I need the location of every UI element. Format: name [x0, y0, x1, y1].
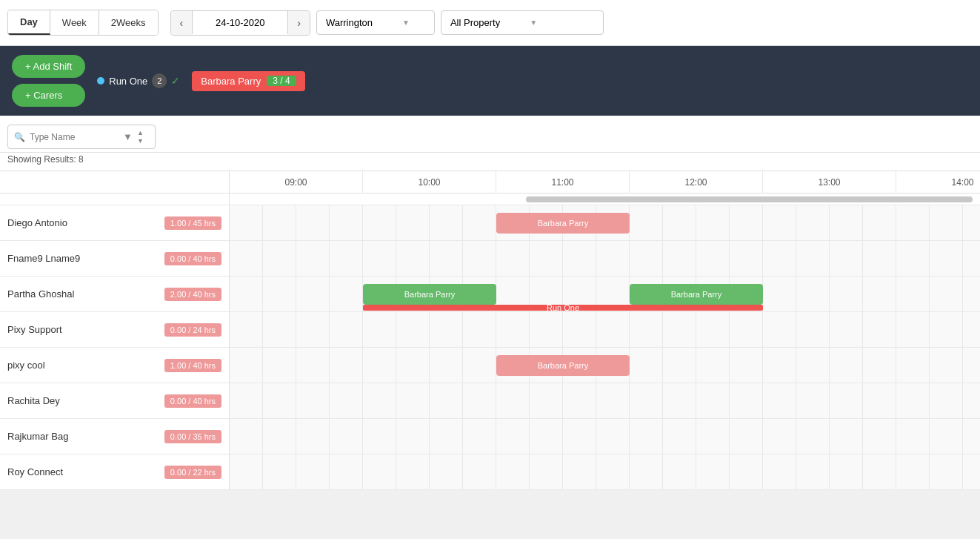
view-tabs: Day Week 2Weeks [7, 10, 159, 36]
grid-cell [896, 277, 930, 312]
add-shift-button[interactable]: + Add Shift [12, 55, 85, 78]
grid-cell [330, 348, 363, 383]
left-panel: Diego Antonio1.00 / 45 hrsFname9 Lname90… [0, 171, 230, 490]
grid-cell [363, 241, 396, 277]
grid-cell [896, 205, 930, 241]
grid-cell [896, 348, 930, 383]
grid-cell [796, 383, 830, 419]
right-panel[interactable]: 09:0010:0011:0012:0013:0014:00 Barbara P… [230, 171, 980, 490]
grid-cell [563, 419, 596, 454]
grid-cell [563, 241, 596, 277]
grid-cell [530, 241, 563, 277]
grid-cell [863, 419, 896, 454]
current-date: 24-10-2020 [192, 11, 288, 34]
hours-badge: 0.00 / 35 hrs [164, 430, 221, 443]
grid-cell [963, 348, 980, 383]
grid-cell [796, 312, 830, 348]
grid-cell [963, 454, 980, 490]
location-dropdown[interactable]: Warrington ▼ [316, 10, 435, 35]
grid-cell [863, 348, 896, 383]
grid-row [230, 383, 980, 419]
grid-cell [763, 312, 796, 348]
barbara-badge[interactable]: Barbara Parry 3 / 4 [192, 71, 304, 91]
add-carers-button[interactable]: + Carers [12, 84, 85, 107]
property-dropdown[interactable]: All Property ▼ [441, 10, 604, 35]
tab-2weeks[interactable]: 2Weeks [99, 10, 158, 35]
grid-cell [396, 419, 430, 454]
grid-cell [363, 383, 396, 419]
location-arrow-icon: ▼ [402, 19, 410, 27]
grid-cell [796, 277, 830, 312]
grid-cell [963, 419, 980, 454]
carer-name: Rajkumar Bag [7, 431, 68, 442]
grid-cell [230, 205, 263, 241]
shift-block[interactable]: Barbara Parry [630, 284, 763, 305]
carer-row-left: Partha Ghoshal2.00 / 40 hrs [0, 277, 229, 312]
grid-row [230, 312, 980, 348]
grid-cell [530, 419, 563, 454]
grid-cell [596, 419, 630, 454]
grid-cell [963, 205, 980, 241]
shift-block[interactable]: Run One [363, 305, 763, 311]
grid-cell [730, 454, 763, 490]
barbara-count: 3 / 4 [267, 76, 296, 86]
action-bar: + Add Shift + Carers Run One 2 ✓ Barbara… [0, 46, 980, 116]
grid-cell [430, 205, 463, 241]
sort-arrows[interactable]: ▲ ▼ [137, 129, 144, 145]
grid-cell [630, 241, 663, 277]
grid-cell [230, 348, 263, 383]
time-header: 09:0010:0011:0012:0013:0014:00 [230, 171, 980, 194]
search-box[interactable]: 🔍 ▼ ▲ ▼ [7, 125, 156, 149]
grid-cell [330, 312, 363, 348]
run-label: Run One [109, 76, 147, 87]
grid-cell [796, 348, 830, 383]
grid-cell [463, 205, 496, 241]
grid-cell [896, 419, 930, 454]
tab-day[interactable]: Day [8, 10, 50, 35]
grid-cell [663, 383, 696, 419]
grid-cell [763, 205, 796, 241]
grid-cell [530, 312, 563, 348]
grid-cell [930, 277, 963, 312]
time-header-0900: 09:00 [230, 171, 363, 193]
grid-cell [396, 383, 430, 419]
grid-cell [963, 383, 980, 419]
grid-cell [630, 348, 663, 383]
grid-cell [230, 383, 263, 419]
grid-cell [696, 241, 730, 277]
grid-cell [863, 383, 896, 419]
shift-block[interactable]: Barbara Parry [496, 355, 630, 376]
filter-icon[interactable]: ▼ [123, 131, 133, 142]
grid-cell [596, 312, 630, 348]
time-header-1300: 13:00 [763, 171, 896, 193]
search-input[interactable] [30, 132, 119, 142]
carer-row-left: Fname9 Lname90.00 / 40 hrs [0, 241, 229, 277]
shift-block[interactable]: Barbara Parry [363, 284, 496, 305]
grid-cell [696, 312, 730, 348]
grid-cell [730, 383, 763, 419]
carer-name: Fname9 Lname9 [7, 253, 80, 264]
grid-cell [330, 419, 363, 454]
carer-name: Diego Antonio [7, 217, 67, 228]
grid-cell [763, 383, 796, 419]
next-date-button[interactable]: › [288, 11, 310, 35]
shift-block[interactable]: Barbara Parry [496, 213, 630, 234]
tab-week[interactable]: Week [50, 10, 99, 35]
hours-badge: 0.00 / 40 hrs [164, 394, 221, 408]
grid-cell [263, 383, 296, 419]
grid-cell [263, 205, 296, 241]
grid-row: Barbara Parry [230, 205, 980, 241]
grid-cell [630, 419, 663, 454]
hours-badge: 2.00 / 40 hrs [164, 288, 221, 301]
check-icon: ✓ [171, 75, 180, 87]
carer-row-left: Rachita Dey0.00 / 40 hrs [0, 383, 229, 419]
grid-cell [830, 454, 863, 490]
grid-cell [763, 454, 796, 490]
prev-date-button[interactable]: ‹ [171, 11, 193, 35]
horizontal-scrollbar[interactable] [526, 196, 973, 202]
grid-cell [930, 348, 963, 383]
grid-cell [863, 454, 896, 490]
hours-badge: 1.00 / 40 hrs [164, 359, 221, 372]
run-dot-icon [97, 77, 104, 85]
grid-cell [830, 419, 863, 454]
